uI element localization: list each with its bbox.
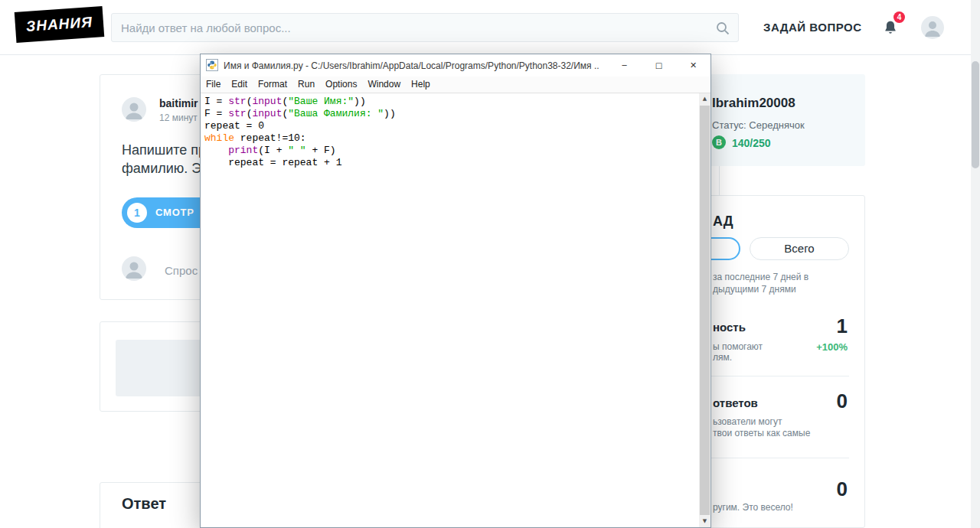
- maximize-button[interactable]: □: [642, 54, 676, 77]
- points-progress: 140/250: [732, 137, 771, 149]
- answers-count-badge: 1: [127, 203, 147, 223]
- close-button[interactable]: ✕: [676, 54, 710, 77]
- commenter-avatar: [122, 256, 146, 281]
- minimize-button[interactable]: ─: [607, 54, 642, 77]
- code-line: F = str(input("Ваша Фамилия: ")): [204, 108, 695, 120]
- scrollbar-thumb[interactable]: [700, 106, 710, 515]
- code-line: print(I + " " + F): [204, 145, 695, 157]
- question-text-line2: фамилию. Эт: [122, 161, 208, 177]
- ask-question-button[interactable]: ЗАДАЙ ВОПРОС: [763, 0, 861, 55]
- metric-2-desc-line2: твои ответы как самые: [713, 428, 810, 438]
- code-line: I = str(input("Ваше Имя:")): [204, 96, 695, 108]
- points-coin-icon: B: [712, 135, 726, 149]
- idle-menu-bar: FileEditFormatRunOptionsWindowHelp: [201, 77, 710, 93]
- menu-file[interactable]: File: [201, 77, 226, 93]
- scroll-up-arrow[interactable]: ▲: [699, 93, 710, 105]
- profile-username[interactable]: Ibrahim20008: [712, 96, 795, 111]
- profile-status-value: Середнячок: [749, 119, 804, 131]
- site-logo[interactable]: ЗНАНИЯ: [15, 6, 104, 43]
- metric-1-desc-line1: ы помогают: [713, 341, 763, 352]
- menu-window[interactable]: Window: [362, 77, 406, 93]
- menu-help[interactable]: Help: [406, 77, 436, 93]
- stats-heading-fragment: АД: [713, 213, 733, 230]
- page-scrollbar-thumb[interactable]: [972, 61, 979, 168]
- menu-options[interactable]: Options: [320, 77, 362, 93]
- metric-2-label: ответов: [713, 396, 758, 409]
- notification-badge: 4: [893, 11, 905, 23]
- view-answer-label: СМОТР: [155, 197, 194, 228]
- idle-window: Имя и Фамилия.py - C:/Users/Ibrahim/AppD…: [200, 54, 711, 528]
- menu-run[interactable]: Run: [292, 77, 320, 93]
- code-editor[interactable]: I = str(input("Ваше Имя:"))F = str(input…: [201, 93, 710, 527]
- window-title-bar[interactable]: Имя и Фамилия.py - C:/Users/Ibrahim/AppD…: [201, 54, 710, 77]
- metric-1-delta: +100%: [816, 341, 848, 353]
- question-author-avatar[interactable]: [122, 97, 146, 122]
- menu-edit[interactable]: Edit: [226, 77, 253, 93]
- metric-1-value: 1: [837, 315, 848, 338]
- editor-scrollbar[interactable]: ▲ ▼: [699, 93, 710, 527]
- site-header: ЗНАНИЯ ЗАДАЙ ВОПРОС 4: [0, 0, 980, 55]
- question-text-line1: Напишите пр: [122, 142, 206, 158]
- metric-3-desc-line1: ругим. Это весело!: [713, 502, 793, 513]
- window-title: Имя и Фамилия.py - C:/Users/Ibrahim/AppD…: [224, 60, 599, 71]
- question-timestamp: 12 минут н: [159, 112, 205, 123]
- search-input[interactable]: [112, 14, 738, 41]
- answer-heading: Ответ: [122, 495, 166, 513]
- code-line: while repeat!=10:: [204, 132, 695, 145]
- code-line: repeat = 0: [204, 120, 695, 132]
- idle-app-icon: [206, 59, 218, 71]
- profile-status-label: Статус:: [712, 119, 746, 131]
- scroll-down-arrow[interactable]: ▼: [699, 516, 710, 527]
- page-scrollbar[interactable]: [971, 0, 980, 528]
- metric-1-desc-line2: лям.: [713, 352, 732, 363]
- metric-1-label: ность: [713, 321, 746, 334]
- search-bar: [111, 13, 739, 42]
- menu-format[interactable]: Format: [253, 77, 292, 93]
- tab-total[interactable]: Всего: [750, 237, 849, 260]
- profile-status: Статус: Середнячок: [712, 119, 805, 131]
- metric-3-value: 0: [837, 477, 848, 501]
- stats-caption-line2: дыдущими 7 днями: [713, 284, 796, 295]
- code-line: repeat = repeat + 1: [204, 157, 695, 169]
- metric-2-desc-line1: ьзователи могут: [713, 416, 782, 427]
- search-icon[interactable]: [715, 21, 730, 36]
- question-author-name[interactable]: baitimir: [159, 97, 198, 109]
- ask-comment-input[interactable]: Спрос: [165, 264, 198, 277]
- user-avatar[interactable]: [921, 16, 944, 39]
- metric-2-value: 0: [837, 389, 848, 413]
- stats-caption-line1: за последние 7 дней в: [713, 272, 808, 282]
